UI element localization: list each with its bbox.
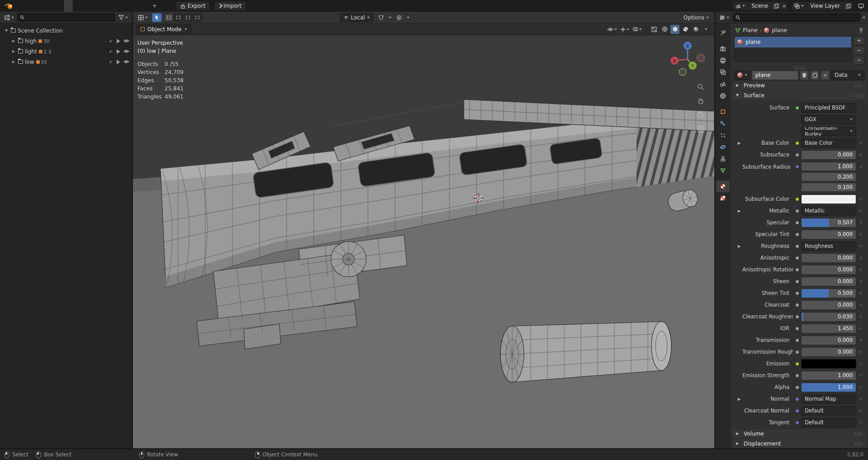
active-tool-button[interactable]	[152, 13, 162, 22]
value-slider[interactable]: 1.000	[801, 371, 856, 380]
collection-name[interactable]: low	[25, 59, 34, 65]
node-link-field[interactable]: Base Color	[801, 138, 856, 148]
browse-scene-icon[interactable]	[733, 2, 748, 10]
material-name-field[interactable]: plane	[752, 71, 798, 80]
expand-arrow-icon[interactable]: ▶	[736, 244, 742, 248]
select-mode-new[interactable]	[165, 14, 173, 22]
viewport-canvas[interactable]: User Perspective (0) low | Plane Objects…	[133, 35, 714, 448]
new-view-layer-icon[interactable]	[843, 2, 853, 10]
editor-type-icon[interactable]	[137, 14, 149, 21]
animate-dot[interactable]	[859, 409, 862, 412]
tab-object-data[interactable]	[716, 165, 730, 176]
checkbox-icon[interactable]: ✓	[108, 49, 113, 54]
browse-view-layer-icon[interactable]	[792, 2, 807, 10]
filter-chevron[interactable]	[863, 17, 865, 19]
slot-specials-button[interactable]	[854, 56, 864, 65]
workspace-tab[interactable]	[73, 0, 82, 12]
hide-icon[interactable]	[123, 48, 129, 54]
unlink-scene-icon[interactable]: ×	[781, 2, 787, 10]
node-link-field[interactable]: Roughness	[801, 242, 856, 251]
ortho-grid-icon[interactable]	[696, 124, 705, 133]
panel-volume-header[interactable]: ▶ Volume	[732, 428, 866, 438]
animate-dot[interactable]	[859, 256, 862, 259]
shading-rendered-icon[interactable]	[691, 25, 700, 34]
shading-solid-icon[interactable]	[670, 25, 679, 34]
view-layer-selector[interactable]: View Layer	[791, 1, 853, 10]
shading-settings-chevron[interactable]	[702, 25, 711, 34]
animate-dot[interactable]	[859, 362, 862, 365]
pan-hand-icon[interactable]	[696, 96, 705, 105]
vector-z-field[interactable]: 0.100	[801, 183, 856, 192]
animate-dot[interactable]	[859, 166, 862, 168]
selectable-icon[interactable]	[117, 49, 120, 54]
value-slider[interactable]: 0.000	[801, 230, 856, 239]
animate-dot[interactable]	[859, 153, 862, 156]
export-button[interactable]: Export	[176, 1, 210, 10]
properties-search-input[interactable]	[742, 14, 858, 21]
add-workspace-button[interactable]: +	[149, 0, 160, 12]
select-mode-extend[interactable]	[174, 14, 183, 22]
selectable-icon[interactable]	[117, 60, 120, 64]
value-slider[interactable]: 0.000	[801, 150, 856, 160]
scene-selector[interactable]: Scene ×	[732, 1, 788, 10]
value-slider[interactable]: 0.000	[801, 336, 856, 345]
browse-material-button[interactable]	[734, 71, 750, 80]
animate-dot[interactable]	[859, 304, 862, 306]
animate-dot[interactable]	[859, 327, 862, 330]
falloff-chevron[interactable]	[407, 17, 410, 19]
tab-texture[interactable]	[716, 192, 730, 204]
node-link-field[interactable]: Default	[801, 418, 856, 427]
hide-icon[interactable]	[123, 59, 129, 65]
outliner-search-input[interactable]	[26, 14, 113, 21]
mode-dropdown[interactable]: Object Mode	[137, 24, 191, 34]
panel-displacement-header[interactable]: ▶ Displacement	[732, 438, 866, 448]
tab-physics[interactable]	[716, 141, 730, 153]
node-link-field[interactable]: Metallic	[801, 206, 856, 216]
workspace-tab[interactable]	[82, 0, 92, 12]
checkbox-icon[interactable]: ✓	[108, 59, 113, 65]
animate-dot[interactable]	[859, 209, 862, 212]
vector-fields[interactable]: 1.000 0.200 0.100	[801, 161, 856, 193]
node-link-field[interactable]: Default	[801, 406, 856, 416]
editor-type-icon[interactable]	[3, 14, 15, 21]
animate-dot[interactable]	[859, 221, 862, 224]
animate-dot[interactable]	[859, 280, 862, 283]
show-gizmo-icon[interactable]	[619, 25, 630, 34]
scene-name[interactable]: Scene	[748, 3, 771, 9]
outliner-search[interactable]	[17, 13, 115, 22]
tab-modifiers[interactable]	[716, 118, 730, 129]
hide-icon[interactable]	[123, 38, 129, 44]
expand-icon[interactable]: ▼	[4, 28, 9, 33]
pin-icon[interactable]	[859, 28, 863, 33]
expand-icon[interactable]: ▶	[11, 49, 16, 53]
workspace-tab[interactable]	[64, 0, 73, 12]
animate-dot[interactable]	[859, 198, 862, 200]
expand-icon[interactable]: ▶	[11, 60, 16, 64]
value-slider[interactable]: 0.000	[801, 253, 856, 263]
breadcrumb-material[interactable]: plane	[772, 27, 787, 33]
select-mode-intersect[interactable]	[193, 14, 202, 22]
animate-dot[interactable]	[859, 268, 862, 271]
value-slider[interactable]: 0.507	[801, 218, 856, 228]
shading-material-icon[interactable]	[681, 25, 690, 34]
tab-particles[interactable]	[716, 129, 730, 141]
options-dropdown[interactable]: Options	[682, 14, 711, 21]
material-link-dropdown[interactable]: Data	[831, 71, 864, 80]
import-button[interactable]: Import	[214, 1, 246, 10]
expand-arrow-icon[interactable]: ▶	[736, 397, 742, 401]
animate-dot[interactable]	[859, 245, 862, 247]
workspace-tab[interactable]	[139, 0, 149, 12]
value-slider[interactable]: 0.030	[801, 312, 856, 322]
value-slider[interactable]: 0.000	[801, 347, 856, 357]
slot-list-grip[interactable]	[732, 66, 866, 70]
collection-name[interactable]: high	[25, 38, 37, 44]
workspace-tab[interactable]	[120, 0, 130, 12]
filter-icon[interactable]	[117, 14, 129, 21]
panel-grip[interactable]	[854, 94, 863, 97]
fake-user-icon[interactable]	[800, 71, 809, 80]
value-slider[interactable]: 0.500	[801, 289, 856, 298]
collection-name[interactable]: light	[25, 48, 37, 55]
workspace-tab[interactable]	[54, 0, 64, 12]
animate-dot[interactable]	[859, 386, 862, 389]
color-swatch[interactable]	[801, 194, 856, 204]
